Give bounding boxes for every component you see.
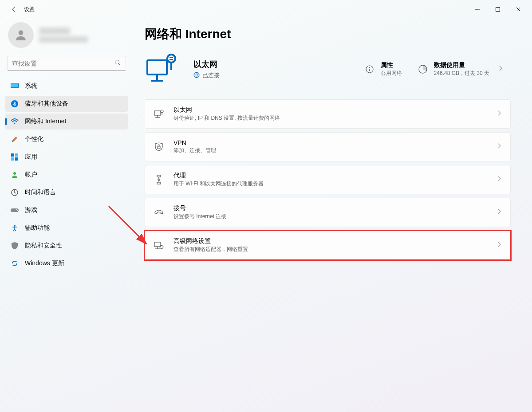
card-advanced-network[interactable]: 高级网络设置 查看所有网络适配器，网络重置 — [145, 231, 511, 260]
svg-rect-25 — [169, 59, 173, 60]
update-icon — [11, 259, 19, 267]
card-vpn[interactable]: VPN 添加、连接、管理 — [145, 132, 511, 161]
svg-rect-41 — [154, 242, 161, 247]
nav-apps[interactable]: 应用 — [5, 149, 128, 165]
svg-rect-1 — [496, 8, 500, 12]
card-title: 代理 — [173, 172, 497, 180]
card-title: VPN — [173, 139, 497, 146]
card-sub: 用于 Wi-Fi 和以太网连接的代理服务器 — [173, 180, 497, 188]
title-bar: 设置 — [0, 0, 532, 19]
hero-status: 已连接 — [202, 71, 220, 79]
close-button[interactable] — [508, 2, 528, 16]
search-field[interactable] — [12, 60, 114, 67]
svg-rect-11 — [11, 157, 14, 161]
page-title: 网络和 Internet — [145, 26, 511, 43]
svg-point-2 — [19, 30, 24, 35]
svg-point-13 — [13, 172, 16, 175]
properties-block[interactable]: 属性 公用网络 — [357, 61, 410, 77]
chevron-right-icon — [497, 208, 501, 216]
nav-label: 辅助功能 — [25, 224, 50, 232]
card-title: 高级网络设置 — [173, 237, 497, 245]
chevron-right-icon — [498, 65, 503, 73]
card-dialup[interactable]: 拨号 设置拨号 Internet 连接 — [145, 198, 511, 227]
card-proxy[interactable]: 代理 用于 Wi-Fi 和以太网连接的代理服务器 — [145, 165, 511, 194]
window-title: 设置 — [24, 6, 35, 13]
chevron-right-icon — [497, 176, 501, 184]
globe-icon — [193, 72, 200, 79]
nav-label: 个性化 — [25, 135, 43, 143]
properties-sub: 公用网络 — [381, 70, 402, 77]
card-sub: 添加、连接、管理 — [173, 147, 497, 154]
network-hero: 以太网 已连接 属性 公用网络 数据使用量 246.48 GB，过去 30 天 — [145, 52, 511, 86]
card-sub: 设置拨号 Internet 连接 — [173, 213, 497, 220]
search-icon — [114, 59, 121, 68]
maximize-button[interactable] — [488, 2, 508, 16]
data-usage-block[interactable]: 数据使用量 246.48 GB，过去 30 天 — [410, 61, 511, 77]
svg-point-22 — [167, 55, 175, 63]
nav-privacy[interactable]: 隐私和安全性 — [5, 238, 128, 254]
svg-point-44 — [160, 246, 163, 249]
shield-icon — [11, 242, 19, 250]
info-icon — [365, 64, 374, 74]
nav-bluetooth[interactable]: 蓝牙和其他设备 — [5, 96, 128, 112]
svg-rect-19 — [147, 60, 167, 75]
usage-title: 数据使用量 — [434, 61, 489, 69]
user-name-blurred — [39, 27, 70, 35]
svg-point-17 — [17, 210, 18, 211]
accessibility-icon — [11, 224, 19, 232]
chevron-right-icon — [497, 143, 501, 151]
nav-label: 网络和 Internet — [25, 118, 66, 126]
nav-label: 隐私和安全性 — [25, 242, 62, 250]
hero-title: 以太网 — [193, 59, 220, 70]
svg-point-34 — [161, 110, 163, 113]
bluetooth-icon — [11, 100, 19, 108]
brush-icon — [11, 135, 19, 143]
svg-rect-36 — [158, 146, 160, 149]
svg-rect-24 — [169, 57, 173, 58]
nav-personalization[interactable]: 个性化 — [5, 131, 128, 147]
nav-windows-update[interactable]: Windows 更新 — [5, 255, 128, 271]
nav-label: 蓝牙和其他设备 — [25, 100, 68, 108]
phone-icon — [154, 208, 164, 217]
nav-system[interactable]: 系统 — [5, 78, 128, 94]
avatar — [8, 22, 34, 48]
shield-lock-icon — [154, 142, 164, 152]
user-profile[interactable] — [4, 19, 130, 56]
ethernet-hero-icon — [145, 52, 178, 86]
svg-rect-37 — [157, 175, 161, 177]
svg-line-4 — [119, 64, 121, 66]
svg-point-16 — [16, 209, 17, 210]
gamepad-icon — [11, 206, 19, 214]
minimize-button[interactable] — [467, 2, 488, 16]
nav-accounts[interactable]: 帐户 — [5, 167, 128, 183]
nav-accessibility[interactable]: 辅助功能 — [5, 220, 128, 236]
back-button[interactable] — [10, 5, 19, 14]
nav-gaming[interactable]: 游戏 — [5, 202, 128, 218]
svg-rect-15 — [11, 208, 19, 212]
svg-rect-10 — [15, 153, 18, 157]
search-input[interactable] — [7, 56, 126, 71]
nav-label: 游戏 — [25, 206, 37, 214]
card-sub: 查看所有网络适配器，网络重置 — [173, 246, 497, 253]
svg-rect-31 — [154, 111, 161, 115]
card-ethernet[interactable]: 以太网 身份验证, IP 和 DNS 设置, 按流量计费的网络 — [145, 99, 511, 129]
nav-time-language[interactable]: 时间和语言 — [5, 184, 128, 200]
apps-icon — [11, 153, 19, 161]
user-email-blurred — [39, 36, 88, 43]
card-title: 以太网 — [173, 106, 497, 114]
proxy-icon — [154, 175, 164, 184]
card-sub: 身份验证, IP 和 DNS 设置, 按流量计费的网络 — [173, 114, 497, 122]
clock-globe-icon — [11, 188, 19, 196]
nav-label: 应用 — [25, 153, 37, 161]
sidebar: 系统 蓝牙和其他设备 网络和 Internet 个性化 应用 帐户 — [0, 19, 133, 412]
nav-network[interactable]: 网络和 Internet — [5, 114, 128, 129]
usage-sub: 246.48 GB，过去 30 天 — [434, 70, 489, 77]
svg-point-18 — [14, 225, 16, 227]
wifi-icon — [11, 118, 19, 126]
svg-rect-38 — [157, 182, 161, 184]
svg-point-8 — [14, 123, 16, 124]
svg-point-28 — [369, 67, 370, 68]
nav-label: 帐户 — [25, 171, 37, 179]
ethernet-icon — [154, 109, 164, 119]
card-title: 拨号 — [173, 204, 497, 212]
